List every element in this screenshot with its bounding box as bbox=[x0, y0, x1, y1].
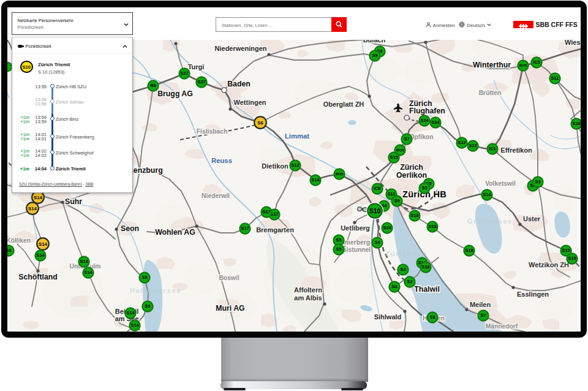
svg-text:Fislisbach: Fislisbach bbox=[197, 128, 227, 135]
svg-text:S17: S17 bbox=[263, 209, 271, 214]
svg-text:Schöftland: Schöftland bbox=[18, 273, 58, 281]
svg-text:S15: S15 bbox=[390, 154, 398, 160]
svg-text:S11: S11 bbox=[551, 75, 559, 81]
svg-text:Opfikon: Opfikon bbox=[410, 134, 434, 140]
svg-text:Limmat: Limmat bbox=[285, 132, 309, 140]
svg-text:S10: S10 bbox=[369, 208, 380, 214]
svg-text:IC1: IC1 bbox=[489, 146, 496, 151]
svg-text:S5: S5 bbox=[422, 185, 428, 191]
svg-text:S12: S12 bbox=[469, 143, 477, 148]
svg-text:Affoltern: Affoltern bbox=[294, 286, 322, 294]
svg-text:S14: S14 bbox=[483, 192, 491, 197]
svg-text:Thalwil: Thalwil bbox=[414, 285, 440, 294]
svg-text:S2: S2 bbox=[407, 279, 413, 284]
svg-text:Greifensee: Greifensee bbox=[467, 218, 513, 225]
svg-text:S24: S24 bbox=[383, 225, 391, 230]
svg-text:S14: S14 bbox=[37, 252, 45, 258]
svg-text:Baden: Baden bbox=[227, 80, 251, 88]
svg-text:Männedorf: Männedorf bbox=[486, 323, 518, 330]
svg-text:S2: S2 bbox=[401, 267, 406, 272]
svg-text:am Albis: am Albis bbox=[294, 294, 322, 302]
svg-text:S14: S14 bbox=[39, 241, 48, 247]
svg-text:S9: S9 bbox=[394, 198, 400, 203]
svg-text:Wettingen: Wettingen bbox=[234, 99, 266, 106]
svg-text:Uster: Uster bbox=[523, 215, 541, 222]
svg-text:S3: S3 bbox=[535, 179, 541, 184]
svg-text:Suhr: Suhr bbox=[65, 197, 82, 206]
svg-text:Reuss: Reuss bbox=[211, 157, 232, 164]
svg-text:IR75: IR75 bbox=[519, 64, 527, 67]
svg-text:Sihlwald: Sihlwald bbox=[374, 313, 402, 321]
svg-text:S24: S24 bbox=[432, 120, 440, 125]
svg-text:Dietikon: Dietikon bbox=[262, 162, 288, 170]
svg-text:Wetzikon ZH: Wetzikon ZH bbox=[529, 261, 569, 268]
svg-text:S15: S15 bbox=[562, 248, 570, 253]
svg-text:Niederweningen: Niederweningen bbox=[215, 45, 267, 52]
svg-text:S17: S17 bbox=[241, 226, 249, 231]
svg-text:S26: S26 bbox=[573, 121, 581, 126]
svg-text:S14: S14 bbox=[34, 195, 43, 200]
svg-text:Wohlen AG: Wohlen AG bbox=[155, 228, 195, 237]
svg-text:Effretikon: Effretikon bbox=[500, 146, 532, 154]
svg-text:S18: S18 bbox=[429, 224, 437, 229]
svg-text:S12: S12 bbox=[292, 162, 300, 168]
svg-text:S8: S8 bbox=[430, 314, 435, 320]
svg-text:Muri AG: Muri AG bbox=[216, 304, 244, 313]
svg-text:S6: S6 bbox=[257, 120, 263, 126]
svg-text:Winterthur: Winterthur bbox=[473, 61, 511, 69]
svg-text:Boswil: Boswil bbox=[219, 275, 239, 281]
svg-text:S5: S5 bbox=[336, 246, 342, 252]
svg-text:S18: S18 bbox=[411, 213, 419, 218]
svg-text:S7: S7 bbox=[404, 136, 410, 142]
svg-text:Brütten: Brütten bbox=[479, 89, 502, 96]
svg-text:Niederwil: Niederwil bbox=[202, 192, 230, 199]
svg-text:S9: S9 bbox=[142, 275, 148, 280]
svg-text:Oerlikon: Oerlikon bbox=[396, 171, 427, 180]
svg-text:Flughafen: Flughafen bbox=[409, 107, 445, 115]
svg-text:S8: S8 bbox=[7, 248, 11, 253]
svg-text:S14: S14 bbox=[28, 206, 37, 211]
svg-text:Volketswil: Volketswil bbox=[485, 180, 516, 187]
svg-text:S24: S24 bbox=[421, 118, 429, 123]
svg-text:S14: S14 bbox=[312, 177, 320, 183]
svg-text:Zürichsee: Zürichsee bbox=[385, 250, 427, 257]
svg-text:S16: S16 bbox=[422, 264, 430, 270]
svg-text:Esslingen: Esslingen bbox=[517, 290, 549, 298]
svg-text:ICE: ICE bbox=[374, 186, 381, 191]
svg-text:RE: RE bbox=[150, 83, 156, 88]
svg-text:S12: S12 bbox=[458, 140, 466, 145]
svg-text:Hallwilersee: Hallwilersee bbox=[130, 287, 181, 294]
svg-text:S4: S4 bbox=[392, 284, 398, 289]
svg-text:S9: S9 bbox=[372, 53, 378, 58]
svg-text:S5: S5 bbox=[336, 237, 342, 243]
svg-text:Meilen: Meilen bbox=[470, 301, 491, 308]
svg-text:Lenzburg: Lenzburg bbox=[129, 166, 162, 175]
svg-text:Uetliberg: Uetliberg bbox=[341, 224, 370, 232]
svg-text:IR35: IR35 bbox=[336, 172, 344, 176]
svg-text:S27: S27 bbox=[198, 79, 206, 85]
svg-text:IC5: IC5 bbox=[533, 59, 540, 65]
svg-text:S27: S27 bbox=[181, 70, 189, 76]
svg-text:Seon: Seon bbox=[121, 224, 139, 233]
svg-text:Wies: Wies bbox=[565, 40, 581, 46]
svg-text:IR36: IR36 bbox=[396, 148, 404, 152]
svg-text:S18: S18 bbox=[466, 248, 473, 253]
svg-text:S14: S14 bbox=[131, 322, 139, 328]
svg-text:S4: S4 bbox=[375, 240, 380, 245]
svg-text:S15: S15 bbox=[568, 256, 576, 261]
svg-text:S7: S7 bbox=[481, 313, 486, 318]
svg-text:Bremgarten: Bremgarten bbox=[256, 226, 294, 233]
svg-text:S14: S14 bbox=[127, 310, 135, 316]
svg-text:Brugg AG: Brugg AG bbox=[157, 89, 193, 98]
svg-text:Zürich: Zürich bbox=[400, 163, 423, 172]
svg-text:S14: S14 bbox=[85, 270, 92, 275]
svg-text:S14: S14 bbox=[80, 259, 88, 264]
svg-text:Kölliken: Kölliken bbox=[7, 237, 31, 244]
svg-text:Oberglatt ZH: Oberglatt ZH bbox=[323, 101, 364, 108]
svg-text:Turgi: Turgi bbox=[188, 63, 205, 70]
svg-text:S9: S9 bbox=[145, 303, 151, 309]
svg-text:Bülach: Bülach bbox=[363, 40, 386, 44]
